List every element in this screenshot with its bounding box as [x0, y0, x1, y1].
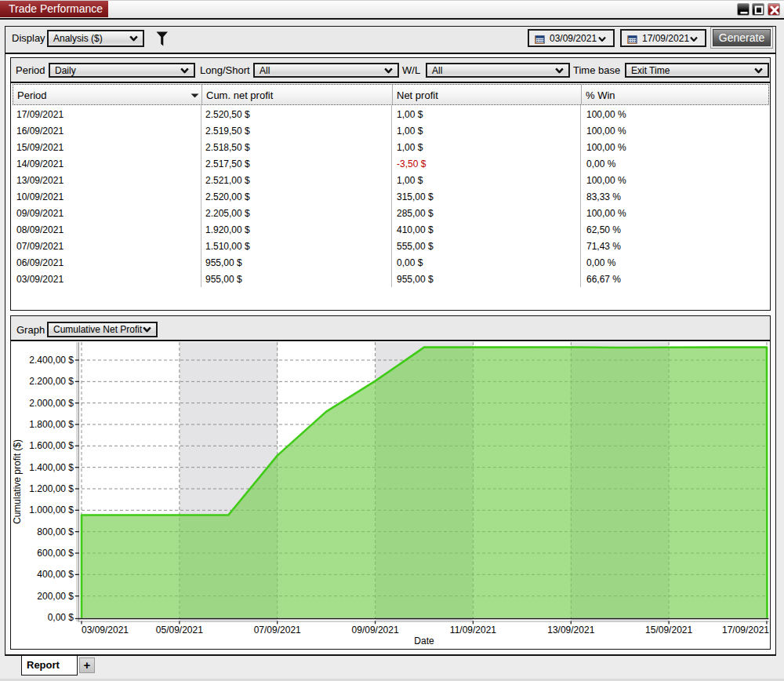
- svg-text:1.000,00 $: 1.000,00 $: [29, 504, 74, 515]
- svg-text:13/09/2021: 13/09/2021: [547, 625, 594, 635]
- svg-text:03/09/2021: 03/09/2021: [82, 625, 129, 635]
- svg-text:1.800,00 $: 1.800,00 $: [29, 419, 74, 430]
- svg-text:2.000,00 $: 2.000,00 $: [29, 398, 74, 409]
- svg-text:0,00 $: 0,00 $: [48, 612, 74, 623]
- svg-text:600,00 $: 600,00 $: [37, 548, 74, 559]
- svg-text:07/09/2021: 07/09/2021: [254, 625, 301, 635]
- svg-text:15/09/2021: 15/09/2021: [645, 625, 692, 635]
- svg-text:1.200,00 $: 1.200,00 $: [29, 483, 74, 494]
- svg-text:800,00 $: 800,00 $: [37, 526, 74, 537]
- svg-text:17/09/2021: 17/09/2021: [722, 625, 769, 635]
- svg-text:2.400,00 $: 2.400,00 $: [29, 355, 74, 366]
- svg-text:09/09/2021: 09/09/2021: [352, 625, 399, 635]
- svg-text:2.200,00 $: 2.200,00 $: [29, 376, 74, 387]
- svg-text:1.600,00 $: 1.600,00 $: [29, 440, 74, 451]
- svg-text:11/09/2021: 11/09/2021: [450, 625, 496, 635]
- svg-text:05/09/2021: 05/09/2021: [156, 625, 203, 635]
- svg-text:1.400,00 $: 1.400,00 $: [29, 462, 74, 473]
- svg-text:Cumulative profit ($): Cumulative profit ($): [12, 439, 23, 524]
- svg-text:Date: Date: [414, 635, 434, 646]
- svg-text:400,00 $: 400,00 $: [37, 569, 74, 580]
- svg-text:200,00 $: 200,00 $: [37, 591, 74, 602]
